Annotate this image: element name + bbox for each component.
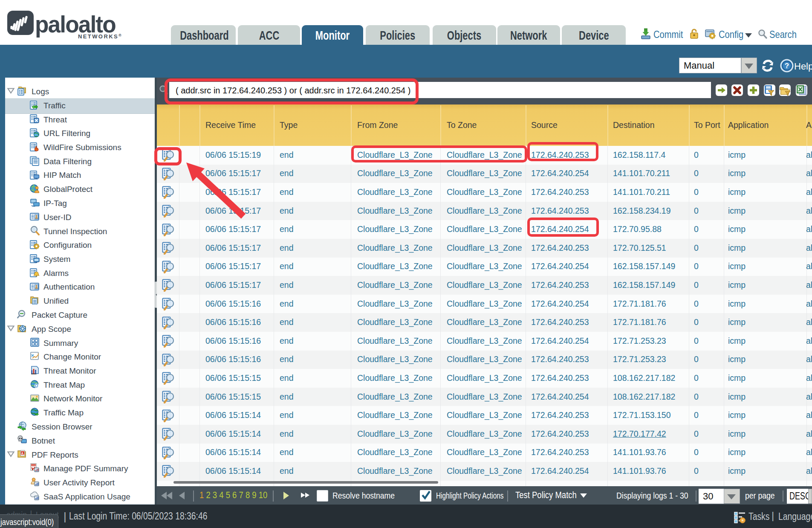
svg-text:?: ? [785, 62, 789, 70]
svg-text:A: A [21, 452, 23, 455]
